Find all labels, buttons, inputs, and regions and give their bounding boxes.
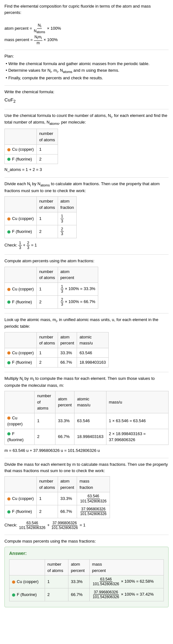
ans-f-mass-percent: 37.996806326 101.542806326 × 100% = 37.4… [89, 588, 163, 601]
count-row-f: F (fluorine) 2 [5, 154, 58, 164]
mass-fraction-intro: Divide the mass for each element by m to… [4, 461, 169, 474]
af-cu-label: Cu (copper) [5, 212, 37, 225]
mm-cu-label: Cu (copper) [5, 413, 35, 429]
count-section: Use the chemical formula to count the nu… [4, 112, 169, 173]
answer-section: Compute mass percents using the mass fra… [4, 538, 169, 607]
mm-col-atoms: numberof atoms [35, 391, 55, 413]
atomic-mass-section: Look up the atomic mass, mi, in unified … [4, 317, 169, 368]
mf-col-element [5, 477, 37, 492]
ans-row-f: F (fluorine) 2 66.7% 37.996806326 101.54… [10, 588, 164, 601]
plan-section: Plan: • Write the chemical formula and g… [4, 53, 169, 81]
af-f-label: F (fluorine) [5, 225, 37, 238]
ans-col-mass-percent: masspercent [89, 560, 163, 575]
am-col-atoms: numberof atoms [36, 332, 58, 348]
answer-box: Answer: numberof atoms atompercent massp… [4, 547, 169, 607]
atom-percent-frac: NiNatoms × 100% [33, 26, 61, 31]
mass-percent-intro: Compute mass percents using the mass fra… [4, 538, 169, 544]
atom-fraction-section: Divide each Ni by Natoms to calculate at… [4, 181, 169, 250]
count-col-element [5, 129, 37, 145]
af-col-atoms: numberof atoms [36, 197, 58, 212]
am-row-cu: Cu (copper) 1 33.3% 63.546 [5, 348, 109, 358]
plan-step-3: • Finally, compute the percents and chec… [6, 75, 169, 81]
am-col-mass: atomicmass/u [77, 332, 108, 348]
answer-table: numberof atoms atompercent masspercent C… [9, 559, 164, 601]
af-f-atoms: 2 [36, 225, 58, 238]
count-col-atoms: numberof atoms [36, 129, 58, 145]
af-cu-atoms: 1 [36, 212, 58, 225]
natoms-total: N_atoms = 1 + 2 = 3 [4, 167, 169, 173]
am-f-mass: 18.998403163 [77, 358, 108, 368]
ans-cu-atom-percent: 33.3% [68, 575, 89, 588]
am-row-f: F (fluorine) 2 66.7% 18.998403163 [5, 358, 109, 368]
af-f-fraction: 23 [58, 225, 77, 238]
ans-f-atom-percent: 66.7% [68, 588, 89, 601]
mf-col-atoms: numberof atoms [36, 477, 58, 492]
mf-cu-atoms: 1 [36, 492, 58, 505]
mf-row-cu: Cu (copper) 1 33.3% 63.546 101.542806326 [5, 492, 110, 505]
mf-row-f: F (fluorine) 2 66.7% 37.996806326 101.54… [5, 505, 110, 518]
atom-percent-label: atom percent = [4, 26, 33, 31]
mf-f-percent: 66.7% [58, 505, 77, 518]
am-cu-percent: 33.3% [58, 348, 77, 358]
af-col-element [5, 197, 37, 212]
count-row-cu: Cu (copper) 1 [5, 145, 58, 155]
count-f-label: F (fluorine) [5, 154, 37, 164]
mass-percent-def: mass percent = Nimim × 100% [4, 35, 169, 45]
ap-col-atoms: numberof atoms [36, 267, 58, 283]
mm-cu-percent: 33.3% [55, 413, 74, 429]
am-col-element [5, 332, 37, 348]
af-check: Check: 13 + 23 = 1 [4, 241, 169, 250]
atom-percent-section: Compute atom percents using the atom fra… [4, 258, 169, 308]
mf-check: Check: 63.546101.542806326 + 37.99680632… [4, 521, 169, 530]
molecular-mass-total: m = 63.546 u + 37.996806326 u = 101.5428… [4, 447, 169, 454]
am-cu-label: Cu (copper) [5, 348, 37, 358]
mm-col-mass: mass/u [106, 391, 169, 413]
atom-fraction-intro: Divide each Ni by Natoms to calculate at… [4, 181, 169, 194]
ap-row-f: F (fluorine) 2 23 × 100% = 66.7% [5, 295, 98, 308]
mm-row-f: F (fluorine) 2 66.7% 18.998403163 2 × 18… [5, 429, 169, 445]
mf-cu-fraction: 63.546 101.542806326 [77, 492, 110, 505]
chemical-formula-display: CuF2 [4, 96, 169, 105]
atom-percent-def: atom percent = NiNatoms × 100% [4, 23, 169, 34]
am-col-percent: atompercent [58, 332, 77, 348]
ap-f-atoms: 2 [36, 295, 58, 308]
ap-f-percent: 23 × 100% = 66.7% [58, 295, 98, 308]
ans-cu-mass-percent: 63.546 101.542806326 × 100% = 62.58% [89, 575, 163, 588]
ap-cu-atoms: 1 [36, 283, 58, 295]
am-f-atoms: 2 [36, 358, 58, 368]
mf-cu-label: Cu (copper) [5, 492, 37, 505]
count-f-atoms: 2 [36, 154, 58, 164]
mm-cu-atoms: 1 [35, 413, 55, 429]
mm-f-percent: 66.7% [55, 429, 74, 445]
mass-percent-frac: Nimim × 100% [34, 37, 58, 42]
plan-header: Plan: [4, 53, 169, 59]
ap-cu-label: Cu (copper) [5, 283, 37, 295]
atom-fraction-table: numberof atoms atomfraction Cu (copper) … [4, 196, 77, 238]
af-cu-fraction: 13 [58, 212, 77, 225]
af-row-cu: Cu (copper) 1 13 [5, 212, 77, 225]
mm-f-atoms: 2 [35, 429, 55, 445]
answer-label: Answer: [9, 550, 164, 557]
plan-step-2: • Determine values for Ni, mi, Natoms an… [6, 67, 169, 74]
am-cu-atoms: 1 [36, 348, 58, 358]
mf-col-percent: atompercent [58, 477, 77, 492]
mm-f-label: F (fluorine) [5, 429, 35, 445]
mm-row-cu: Cu (copper) 1 33.3% 63.546 1 × 63.546 = … [5, 413, 169, 429]
mass-percent-label: mass percent = [4, 37, 34, 42]
mf-f-fraction: 37.996806326 101.542806326 [77, 505, 110, 518]
chemical-formula-section: Write the chemical formula: CuF2 [4, 89, 169, 104]
ap-f-label: F (fluorine) [5, 295, 37, 308]
atomic-mass-table: numberof atoms atompercent atomicmass/u … [4, 332, 109, 368]
mass-fraction-table: numberof atoms atompercent massfraction … [4, 476, 110, 518]
ans-col-atoms: numberof atoms [45, 560, 68, 575]
atomic-mass-intro: Look up the atomic mass, mi, in unified … [4, 317, 169, 330]
mf-f-atoms: 2 [36, 505, 58, 518]
ap-col-percent: atompercent [58, 267, 98, 283]
count-cu-atoms: 1 [36, 145, 58, 155]
mm-col-percent: atompercent [55, 391, 74, 413]
intro-section: Find the elemental composition for cupri… [4, 3, 169, 45]
ans-cu-label: Cu (copper) [10, 575, 45, 588]
atom-percent-table: numberof atoms atompercent Cu (copper) 1… [4, 267, 98, 309]
molecular-mass-section: Multiply Ni by mi to compute the mass fo… [4, 375, 169, 453]
mf-cu-percent: 33.3% [58, 492, 77, 505]
